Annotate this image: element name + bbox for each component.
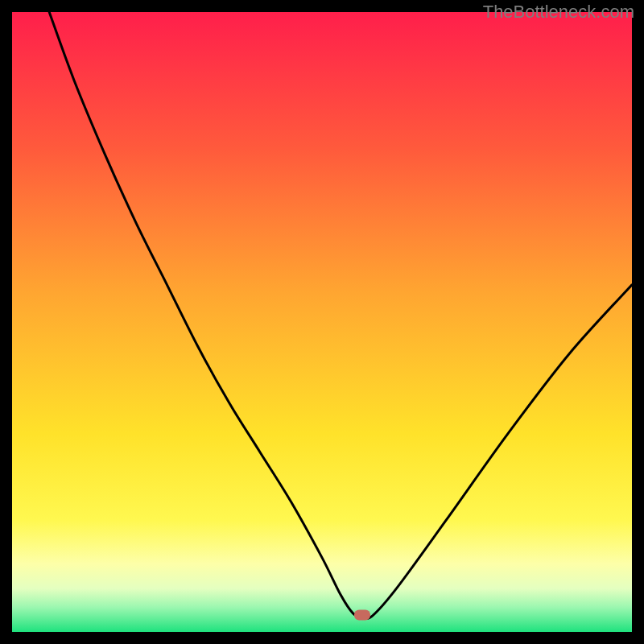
plot-area bbox=[12, 12, 632, 632]
chart-frame: TheBottleneck.com bbox=[0, 0, 644, 644]
current-config-marker bbox=[354, 610, 370, 621]
watermark-label: TheBottleneck.com bbox=[483, 2, 634, 23]
bottleneck-curve bbox=[12, 12, 632, 632]
